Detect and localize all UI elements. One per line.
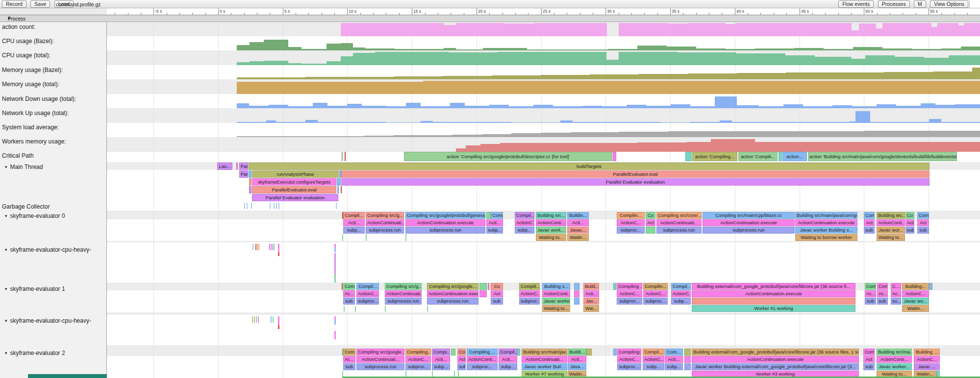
trace-slice[interactable]: ActionC... — [405, 356, 431, 363]
trace-slice[interactable] — [337, 186, 339, 193]
trace-slice[interactable] — [479, 283, 487, 290]
cpu-heavy-1-event[interactable] — [334, 274, 336, 283]
trace-slice[interactable] — [779, 152, 782, 161]
trace-slice[interactable]: ActionContinuation.execute — [692, 290, 855, 297]
trace-slice[interactable]: ActionConti... — [542, 290, 570, 297]
trace-slice[interactable]: Co — [646, 212, 655, 219]
trace-slice[interactable]: sub — [491, 298, 503, 305]
trace-slice[interactable]: Building src/ma... — [877, 349, 912, 355]
trace-slice[interactable] — [517, 349, 520, 355]
trace-slice[interactable]: Building external/com_google_protobuf/ja… — [692, 349, 859, 355]
trace-slice[interactable]: ActionConti... — [536, 219, 566, 226]
garbage-collector-tick[interactable] — [270, 203, 271, 209]
trace-slice[interactable]: Javac wor... — [877, 227, 905, 234]
trace-slice[interactable] — [342, 283, 343, 290]
track-label[interactable]: ▾Main Thread — [5, 164, 43, 170]
trace-slice[interactable]: Javac... — [567, 227, 589, 234]
trace-slice[interactable]: Compiling src/main/cpp/blaze.cc — [703, 212, 795, 219]
trace-slice[interactable]: Act — [863, 356, 875, 363]
trace-slice[interactable]: Com — [917, 212, 929, 219]
trace-slice[interactable]: subproc... — [405, 363, 431, 370]
trace-slice[interactable]: Com — [865, 283, 876, 290]
cpu-heavy-2-event[interactable] — [271, 316, 272, 323]
pan-scrollbar-thumb[interactable] — [28, 374, 107, 378]
chart-action-count[interactable] — [107, 23, 980, 36]
trace-slice[interactable]: subp... — [499, 363, 517, 370]
collapse-arrow-icon[interactable]: ▾ — [5, 247, 7, 252]
trace-slice[interactable]: su... — [891, 298, 901, 305]
trace-slice[interactable]: subp... — [432, 363, 450, 370]
cpu-heavy-2-event[interactable] — [334, 331, 336, 339]
trace-slice[interactable]: ActionC... — [617, 219, 645, 226]
trace-slice[interactable]: Compiling... — [405, 349, 431, 355]
trace-slice[interactable]: subprocess.run — [356, 363, 404, 370]
trace-slice[interactable]: Building external/com_google_protobuf/ja… — [692, 283, 855, 290]
trace-slice[interactable]: action 'Building src/main/java/com/googl… — [808, 152, 957, 161]
trace-slice[interactable]: subproc... — [467, 363, 498, 370]
trace-slice[interactable]: Com — [864, 212, 875, 219]
trace-slice[interactable] — [929, 283, 932, 290]
trace-slice[interactable]: Compilin... — [643, 283, 668, 290]
trace-slice[interactable]: Acti... — [486, 219, 503, 226]
trace-slice[interactable]: Compil... — [515, 212, 534, 219]
collapse-arrow-icon[interactable]: ▾ — [5, 165, 7, 169]
trace-slice[interactable] — [486, 212, 491, 219]
trace-slice[interactable]: Building s... — [542, 283, 570, 290]
trace-slice[interactable]: subprocess.run — [405, 227, 485, 234]
track-label[interactable]: ▾skyframe-evaluator-cpu-heavy- — [5, 246, 91, 253]
trace-slice[interactable]: action 'Compiling src/google/protobuf/de… — [404, 152, 612, 161]
time-ruler[interactable]: -5 s0 s5 s10 s15 s20 s25 s30 s35 s40 s45… — [107, 8, 980, 15]
trace-slice[interactable]: Waiting to... — [542, 305, 570, 312]
trace-slice[interactable] — [586, 349, 592, 355]
trace-slice[interactable]: Compiling src/g... — [385, 283, 422, 290]
cpu-heavy-1-event[interactable] — [252, 244, 253, 250]
trace-slice[interactable]: Act — [905, 219, 914, 226]
trace-slice[interactable]: subp... — [671, 298, 691, 305]
trace-slice[interactable]: sub — [343, 363, 355, 370]
trace-slice[interactable]: Building src... — [536, 212, 566, 219]
view-options-button[interactable]: View Options — [930, 0, 968, 8]
evaluator1-mark[interactable] — [385, 306, 386, 312]
trace-slice[interactable]: Build... — [583, 283, 599, 290]
evaluator1-mark[interactable] — [427, 306, 428, 312]
trace-slice[interactable]: subproc... — [617, 298, 642, 305]
trace-slice[interactable]: Comp... — [491, 212, 503, 219]
trace-slice[interactable]: sub — [864, 227, 875, 234]
trace-slice[interactable]: Waiting to... — [877, 234, 905, 241]
trace-slice[interactable]: Parallel Evaluator evaluation — [252, 194, 338, 201]
garbage-collector-tick[interactable] — [336, 203, 337, 209]
trace-slice[interactable]: Building... — [902, 283, 929, 290]
trace-slice[interactable]: Compilin... — [617, 212, 645, 219]
trace-slice[interactable]: sub — [343, 298, 355, 305]
collapse-arrow-icon[interactable]: ▾ — [5, 213, 7, 218]
trace-slice[interactable]: Com — [877, 283, 888, 290]
trace-slice[interactable]: Co — [491, 283, 503, 290]
trace-slice[interactable]: Parallel Evaluator evaluation — [341, 178, 930, 186]
trace-slice[interactable] — [488, 283, 489, 290]
trace-slice[interactable]: Act — [917, 219, 929, 226]
processes-button[interactable]: Processes — [878, 0, 910, 8]
trace-slice[interactable]: Jav... — [583, 298, 599, 305]
garbage-collector-tick[interactable] — [244, 203, 245, 209]
chart-memory-usage-total-[interactable] — [107, 80, 980, 94]
trace-slice[interactable]: sub — [863, 363, 875, 370]
trace-slice[interactable] — [613, 152, 616, 161]
trace-slice[interactable]: Par — [239, 163, 248, 170]
trace-slice[interactable]: Compil... — [643, 349, 664, 355]
trace-slice[interactable]: subproc... — [617, 363, 641, 370]
trace-slice[interactable]: ActionContinuation.execute — [703, 219, 795, 226]
trace-slice[interactable]: Javac ... — [914, 363, 940, 370]
trace-slice[interactable]: Worker #1 working — [692, 305, 855, 312]
trace-slice[interactable]: ActionC... — [356, 290, 379, 297]
cpu-heavy-2-event[interactable] — [258, 316, 259, 323]
trace-slice[interactable]: Javac worker Building s... — [795, 227, 857, 234]
trace-slice[interactable]: subp... — [486, 227, 503, 234]
trace-slice[interactable]: Waitin... — [567, 234, 589, 241]
cpu-heavy-1-event[interactable] — [334, 247, 336, 252]
trace-slice[interactable]: ActionC... — [515, 219, 534, 226]
trace-slice[interactable]: Ac... — [343, 356, 355, 363]
trace-slice[interactable]: Compil... — [343, 212, 365, 219]
trace-slice[interactable]: Compiling src/core/... — [656, 212, 702, 219]
process-header[interactable]: ▾Process 1 — [0, 15, 980, 22]
cpu-heavy-1-event[interactable] — [257, 244, 258, 250]
